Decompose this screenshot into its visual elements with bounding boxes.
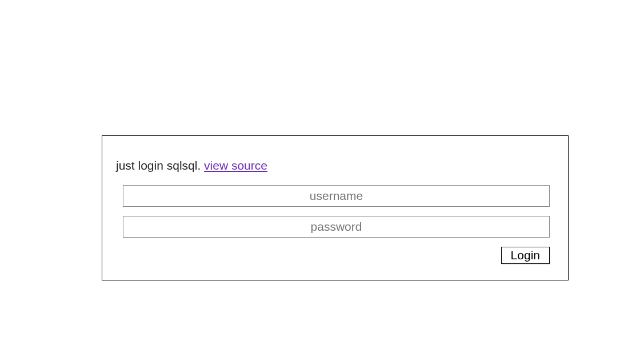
password-input[interactable] [123,216,550,238]
login-button[interactable]: Login [501,247,550,264]
intro-line: just login sqlsql. view source [114,159,557,172]
username-row [123,185,550,207]
login-panel: just login sqlsql. view source Login [102,135,569,280]
intro-text: just login sqlsql. [116,159,204,172]
password-row [123,216,550,238]
view-source-link[interactable]: view source [204,159,267,172]
username-input[interactable] [123,185,550,207]
button-row: Login [123,247,550,264]
